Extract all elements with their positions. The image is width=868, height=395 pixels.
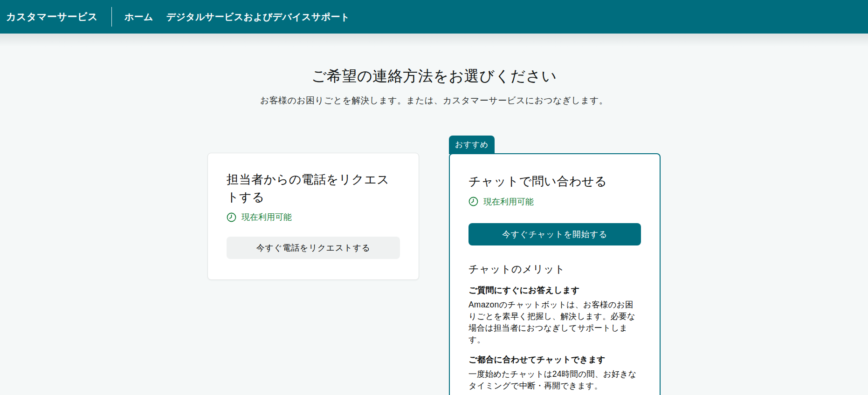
phone-availability-text: 現在利用可能 bbox=[241, 211, 292, 223]
phone-availability: 現在利用可能 bbox=[227, 211, 400, 223]
chat-benefit-item: ご都合に合わせてチャットできます 一度始めたチャットは24時間の間、お好きなタイ… bbox=[468, 354, 641, 392]
chat-benefit-item: ご質問にすぐにお答えします Amazonのチャットボットは、お客様のお困りごとを… bbox=[468, 285, 641, 346]
contact-options: 担当者からの電話をリクエストする 現在利用可能 今すぐ電話をリクエストする おす… bbox=[0, 136, 868, 395]
phone-request-card: 担当者からの電話をリクエストする 現在利用可能 今すぐ電話をリクエストする bbox=[207, 153, 419, 280]
nav-item-home[interactable]: ホーム bbox=[124, 11, 153, 23]
phone-card-title: 担当者からの電話をリクエストする bbox=[227, 171, 400, 206]
chat-card-wrapper: おすすめ チャットで問い合わせる 現在利用可能 今すぐチャットを開始する チャッ… bbox=[449, 136, 661, 395]
chat-availability: 現在利用可能 bbox=[468, 196, 641, 207]
clock-icon bbox=[468, 197, 478, 206]
nav-item-digital-device-support[interactable]: デジタルサービスおよびデバイスサポート bbox=[166, 11, 350, 23]
top-nav-bar: カスタマーサービス ホーム デジタルサービスおよびデバイスサポート bbox=[0, 0, 868, 34]
header-shadow bbox=[0, 34, 868, 47]
recommended-badge: おすすめ bbox=[449, 136, 495, 154]
chat-benefits-title: チャットのメリット bbox=[468, 262, 641, 276]
page-subtitle: お客様のお困りごとを解決します。または、カスタマーサービスにおつなぎします。 bbox=[0, 95, 868, 107]
start-chat-button[interactable]: 今すぐチャットを開始する bbox=[468, 223, 641, 245]
clock-icon bbox=[227, 212, 236, 222]
chat-card: チャットで問い合わせる 現在利用可能 今すぐチャットを開始する チャットのメリッ… bbox=[449, 153, 661, 395]
chat-availability-text: 現在利用可能 bbox=[483, 196, 534, 207]
top-nav: ホーム デジタルサービスおよびデバイスサポート bbox=[124, 11, 350, 23]
main-content: ご希望の連絡方法をお選びください お客様のお困りごとを解決します。または、カスタ… bbox=[0, 66, 868, 395]
page-title: ご希望の連絡方法をお選びください bbox=[0, 66, 868, 87]
request-call-button[interactable]: 今すぐ電話をリクエストする bbox=[227, 237, 400, 259]
benefit-body: Amazonのチャットボットは、お客様のお困りごとを素早く把握し、解決します。必… bbox=[468, 299, 641, 346]
nav-divider bbox=[111, 7, 112, 27]
benefit-body: 一度始めたチャットは24時間の間、お好きなタイミングで中断・再開できます。 bbox=[468, 368, 641, 392]
chat-card-title: チャットで問い合わせる bbox=[468, 173, 641, 191]
benefit-heading: ご質問にすぐにお答えします bbox=[468, 285, 641, 296]
benefit-heading: ご都合に合わせてチャットできます bbox=[468, 354, 641, 365]
brand-customer-service[interactable]: カスタマーサービス bbox=[6, 10, 98, 23]
